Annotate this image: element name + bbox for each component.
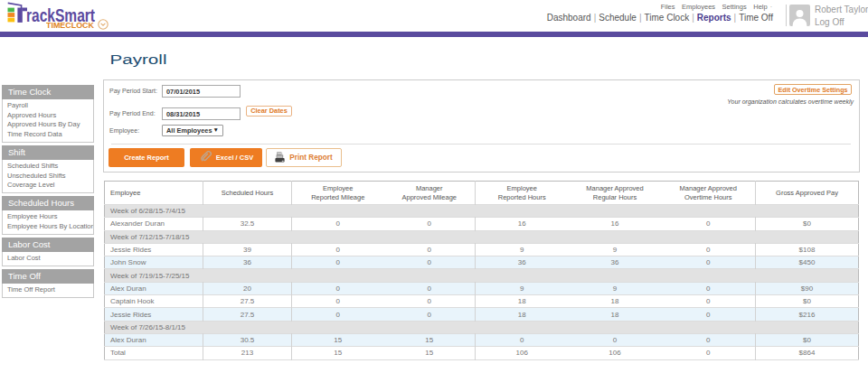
svg-text:Payroll: Payroll <box>110 51 167 67</box>
svg-text:TIMECLOCK: TIMECLOCK <box>46 21 94 30</box>
